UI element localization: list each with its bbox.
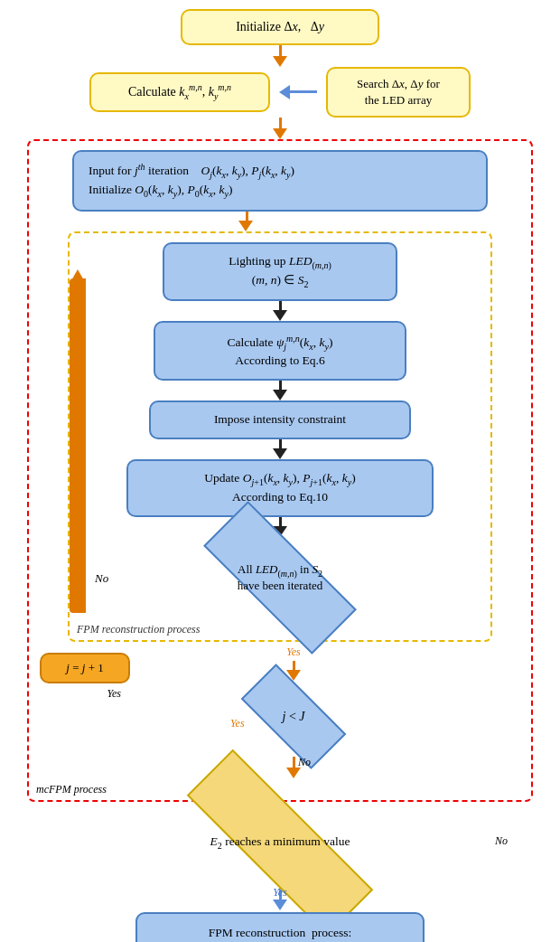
calc-row: Calculate kxm,n, kym,n Search Δx, Δy for…: [27, 67, 533, 118]
arrow-line-6: [279, 439, 282, 448]
fpm-label: FPM reconstruction process: [77, 623, 200, 636]
search-to-calc-arrow: [279, 85, 317, 99]
arrow-line-5: [279, 381, 282, 390]
flowchart: Initialize Δx, Δy Calculate kxm,n, kym,n…: [9, 9, 551, 942]
no-e2-label: No: [495, 834, 508, 848]
calc-k-box: Calculate kxm,n, kym,n: [89, 72, 270, 111]
outer-region-label: mcFPM process: [36, 783, 107, 796]
final-box: FPM reconstruction process:recover O(kx,…: [135, 912, 425, 942]
arrow-head-3: [238, 221, 253, 231]
diamond-j-wrap: j < J Yes No: [65, 681, 522, 753]
arrow-head-2: [273, 128, 287, 139]
yes-j-label: Yes: [230, 717, 245, 730]
inner-yellow-region: Lighting up LED(m,n)(m, n) ∈ S2 Calculat…: [68, 231, 492, 642]
input-iter-box: Input for jth iteration Oj(kx, ky), Pj(k…: [72, 150, 488, 212]
arrow-line-4: [279, 301, 282, 310]
arrow-head-1: [273, 56, 287, 67]
light-led-box: Lighting up LED(m,n)(m, n) ∈ S2: [163, 242, 397, 301]
arrow-head-10: [273, 900, 287, 910]
arrow-line-8: [293, 661, 295, 670]
arrow-line-2: [279, 118, 282, 128]
yes-right-label: Yes: [107, 687, 121, 701]
search-box: Search Δx, Δy forthe LED array: [326, 67, 471, 118]
diamond-all-led-wrap: All LED(m,n) in S2have been iterated No: [79, 537, 481, 618]
e2-diamond-section: E2 reaches a minimum value No Yes: [27, 802, 533, 883]
j-eq-box: j = j + 1: [40, 653, 130, 683]
no-label-led: No: [95, 571, 108, 586]
arrow-head-6: [273, 448, 287, 459]
orange-left-bar: [70, 278, 86, 613]
diamond-j: [241, 664, 347, 769]
calc-psi-box: Calculate ψjm,n(kx, ky)According to Eq.6: [154, 321, 406, 381]
impose-box: Impose intensity constraint: [149, 400, 411, 439]
update-box: Update Oj+1(kx, ky), Pj+1(kx, ky)Accordi…: [126, 459, 434, 517]
arrow-line-9: [293, 757, 295, 768]
arrow-line-1: [279, 45, 282, 56]
arrow-head-4: [273, 310, 287, 321]
yes-led-label: Yes: [286, 645, 301, 659]
outer-red-region: Input for jth iteration Oj(kx, ky), Pj(k…: [27, 139, 533, 802]
arrow-line-h: [290, 90, 317, 93]
arrow-head-5: [273, 390, 287, 400]
yes-down-section: Yes: [65, 645, 522, 681]
orange-up-arrow: [70, 269, 85, 282]
j-eq-section: j = j + 1 Yes: [40, 653, 130, 701]
arrow-head-left: [279, 85, 290, 99]
init-label: Initialize Δx, Δy: [236, 20, 324, 33]
no-down-section: [65, 757, 522, 778]
init-box: Initialize Δx, Δy: [181, 9, 379, 45]
yes-e2-label: Yes: [273, 886, 287, 900]
arrow-line-3: [246, 212, 248, 221]
no-j-label: No: [298, 756, 311, 769]
arrow-line-7: [279, 517, 282, 526]
